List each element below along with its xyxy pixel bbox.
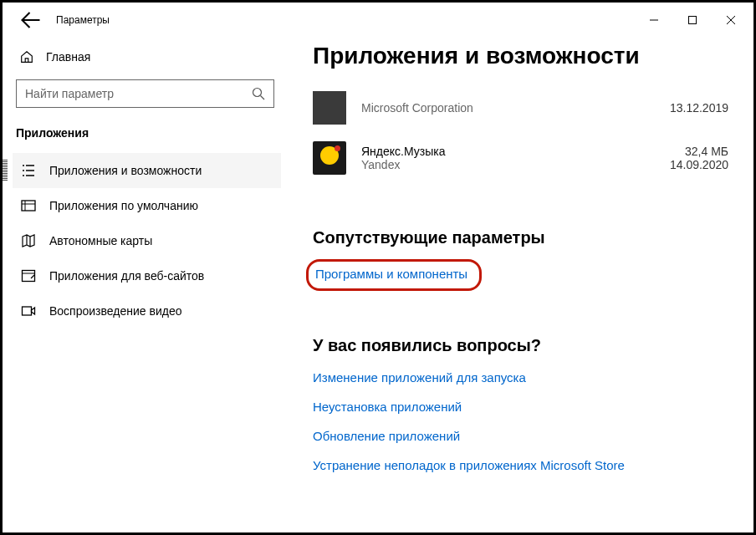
app-publisher: Yandex <box>361 158 446 171</box>
app-publisher: Microsoft Corporation <box>361 101 473 115</box>
help-link-update[interactable]: Обновление приложений <box>313 424 728 448</box>
nav-apps-and-features[interactable]: Приложения и возможности <box>13 153 281 188</box>
nav-label: Автономные карты <box>49 234 152 247</box>
app-meta: 32,4 МБ 14.09.2020 <box>670 145 728 171</box>
maximize-icon <box>688 16 697 24</box>
svg-rect-2 <box>22 201 35 211</box>
minimize-button[interactable] <box>635 7 673 33</box>
list-icon <box>21 163 36 178</box>
app-icon-microsoft <box>313 91 346 125</box>
search-input[interactable] <box>25 87 252 100</box>
nav-video-playback[interactable]: Воспроизведение видео <box>13 293 281 329</box>
title-bar-left: Параметры <box>6 10 110 30</box>
questions-header: У вас появились вопросы? <box>313 336 728 355</box>
close-button[interactable] <box>712 7 750 33</box>
app-size: 32,4 МБ <box>670 145 728 158</box>
app-date: 13.12.2019 <box>670 101 728 115</box>
questions-section: У вас появились вопросы? Изменение прило… <box>313 336 728 477</box>
app-row-yandex[interactable]: Яндекс.Музыка Yandex 32,4 МБ 14.09.2020 <box>313 133 728 183</box>
title-bar: Параметры <box>3 3 753 38</box>
minimize-icon <box>650 16 658 24</box>
window-controls <box>635 7 750 33</box>
nav-label: Приложения для веб-сайтов <box>49 269 204 283</box>
map-icon <box>21 233 36 248</box>
main-content: Приложения и возможности Microsoft Corpo… <box>291 38 753 532</box>
search-icon <box>252 87 265 100</box>
nav-label: Приложения по умолчанию <box>49 199 198 212</box>
svg-rect-4 <box>23 307 32 315</box>
related-settings-header: Сопутствующие параметры <box>313 228 728 247</box>
svg-rect-0 <box>689 17 697 24</box>
programs-and-features-link[interactable]: Программы и компоненты <box>315 267 467 281</box>
body-area: Главная Приложения Приложения и возможно… <box>3 38 753 532</box>
app-names: Microsoft Corporation <box>361 101 473 115</box>
highlight-annotation: Программы и компоненты <box>306 259 482 291</box>
home-nav[interactable]: Главная <box>13 38 281 79</box>
app-row-microsoft[interactable]: Microsoft Corporation 13.12.2019 <box>313 83 728 133</box>
back-button[interactable] <box>21 10 41 30</box>
app-date: 14.09.2020 <box>670 158 728 171</box>
window-title: Параметры <box>56 14 110 26</box>
back-arrow-icon <box>21 10 41 30</box>
nav-label: Приложения и возможности <box>49 164 202 177</box>
app-names: Яндекс.Музыка Yandex <box>361 145 446 171</box>
nav-apps-for-websites[interactable]: Приложения для веб-сайтов <box>13 258 281 293</box>
search-box[interactable] <box>16 79 274 108</box>
app-icon-yandex <box>313 141 346 175</box>
svg-point-1 <box>253 89 262 97</box>
nav-label: Воспроизведение видео <box>49 304 181 318</box>
video-icon <box>21 303 36 318</box>
app-info: Microsoft Corporation 13.12.2019 <box>361 101 728 115</box>
sidebar: Главная Приложения Приложения и возможно… <box>3 38 291 532</box>
help-link-startup-apps[interactable]: Изменение приложений для запуска <box>313 365 728 390</box>
nav-default-apps[interactable]: Приложения по умолчанию <box>13 188 281 223</box>
app-info: Яндекс.Музыка Yandex 32,4 МБ 14.09.2020 <box>361 145 728 171</box>
category-label: Приложения <box>13 126 281 153</box>
close-icon <box>727 16 735 24</box>
help-link-uninstall[interactable]: Неустановка приложений <box>313 395 728 419</box>
website-icon <box>21 268 36 283</box>
help-link-troubleshoot-store[interactable]: Устранение неполадок в приложениях Micro… <box>313 453 728 477</box>
home-icon <box>19 49 34 64</box>
nav-offline-maps[interactable]: Автономные карты <box>13 223 281 258</box>
home-label: Главная <box>46 50 90 64</box>
defaults-icon <box>21 198 36 213</box>
app-meta: 13.12.2019 <box>670 101 728 115</box>
maximize-button[interactable] <box>673 7 712 33</box>
app-name: Яндекс.Музыка <box>361 145 446 158</box>
page-title: Приложения и возможности <box>313 43 728 69</box>
